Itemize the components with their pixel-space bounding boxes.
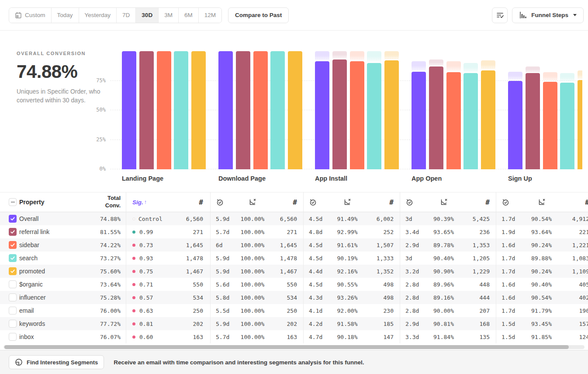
compare-to-past-button[interactable]: Compare to Past [228, 7, 289, 23]
step-count: 1,229 [461, 268, 490, 275]
total-conversion: 74.88% [79, 216, 126, 222]
step-count: 534 [193, 294, 203, 301]
segments-table: Property TotalConv. Sig.↑# # # # # Overa… [0, 192, 588, 343]
step-time: 4.1d [309, 308, 330, 314]
conversion-rate-icon [440, 198, 448, 206]
funnel-bar[interactable] [367, 50, 381, 169]
sig-value: 0.75 [139, 268, 153, 275]
step-time: 5.7d [216, 334, 237, 340]
step-time: 5.9d [216, 321, 237, 327]
sig-value: Control [138, 216, 163, 222]
row-checkbox[interactable] [9, 333, 17, 341]
funnel-bar[interactable] [526, 50, 540, 169]
funnel-bar[interactable] [191, 50, 206, 169]
funnel-bar[interactable] [332, 50, 347, 169]
row-checkbox[interactable] [9, 320, 17, 328]
step-label: Landing Page [122, 175, 163, 182]
select-all-checkbox[interactable] [9, 198, 17, 206]
funnel-bar[interactable] [560, 50, 574, 169]
row-checkbox[interactable] [9, 228, 17, 236]
funnel-bar[interactable] [270, 50, 285, 169]
row-checkbox[interactable] [9, 280, 17, 288]
step-conversion: 89.88% [522, 255, 560, 262]
range-30d-button[interactable]: 30D [136, 8, 159, 23]
range-12m-button[interactable]: 12M [199, 8, 221, 23]
funnel-steps-dropdown[interactable]: Funnel Steps [512, 7, 584, 23]
row-checkbox[interactable] [9, 241, 17, 249]
range-6m-button[interactable]: 6M [179, 8, 199, 23]
funnel-bar[interactable] [236, 50, 250, 169]
step-time: 4.2d [309, 321, 330, 327]
step-conversion: 100.00% [237, 229, 268, 235]
step-count: 1,353 [461, 242, 490, 248]
bar-group-4 [508, 50, 582, 169]
edit-columns-button[interactable] [492, 7, 508, 23]
step-count: 1,478 [186, 255, 203, 262]
total-conversion: 76.07% [79, 334, 126, 340]
funnel-bar[interactable] [412, 50, 426, 169]
funnel-bar[interactable] [463, 50, 478, 169]
sig-dot [132, 217, 135, 220]
find-interesting-segments-button[interactable]: Find Interesting Segments [9, 355, 104, 369]
step-time: 1.7d [502, 308, 522, 314]
step-time: 1.9d [502, 229, 522, 235]
step-count: 190 [560, 308, 588, 314]
step-count: 124 [560, 334, 588, 340]
step-count: 221 [560, 229, 588, 235]
bar-chart-icon [519, 11, 527, 19]
find-interesting-segments-label: Find Interesting Segments [27, 359, 98, 366]
range-3m-button[interactable]: 3M [159, 8, 179, 23]
funnel-bar[interactable] [350, 50, 364, 169]
step-conversion: 93.65% [426, 229, 461, 235]
funnel-bar[interactable] [384, 50, 399, 169]
funnel-bar[interactable] [508, 50, 522, 169]
funnel-bar[interactable] [481, 50, 495, 169]
step-conversion: 90.24% [522, 268, 560, 275]
scrollbar-thumb[interactable] [4, 345, 569, 349]
date-range-selector: CustomTodayYesterday7D30D3M6M12M [9, 7, 222, 23]
funnel-bar[interactable] [578, 50, 582, 169]
conversion-rate-icon [343, 198, 351, 206]
step-count: 550 [193, 281, 203, 288]
table-row: promoted 75.60% 0.751,4675.9d100.00%1,46… [0, 265, 588, 278]
range-yesterday-button[interactable]: Yesterday [79, 8, 117, 23]
step-time: 6d [216, 242, 237, 248]
step-conversion: 90.54% [522, 294, 560, 301]
funnel-bar[interactable] [157, 50, 171, 169]
row-checkbox[interactable] [9, 215, 17, 223]
funnel-bar[interactable] [446, 50, 461, 169]
step-conversion: 92.16% [330, 268, 365, 275]
step-conversion: 89.78% [426, 242, 461, 248]
row-checkbox[interactable] [9, 294, 17, 301]
step-time: 1.7d [502, 268, 522, 275]
step-count: 4,912 [560, 216, 588, 222]
funnel-bar[interactable] [288, 50, 302, 169]
funnel-bar[interactable] [122, 50, 136, 169]
row-checkbox[interactable] [9, 254, 17, 262]
funnel-bar[interactable] [315, 50, 329, 169]
funnel-bar[interactable] [139, 50, 154, 169]
chevron-down-icon [573, 14, 577, 16]
funnel-bar[interactable] [218, 50, 233, 169]
step-count: 1,205 [461, 255, 490, 262]
funnel-chart [110, 50, 582, 169]
y-tick-label: 50% [87, 107, 106, 113]
step-conversion: 100.00% [237, 216, 268, 222]
range-custom-button[interactable]: Custom [9, 8, 52, 23]
row-checkbox[interactable] [9, 307, 17, 315]
range-today-button[interactable]: Today [52, 8, 79, 23]
sig-column-header[interactable]: Sig.↑ [132, 199, 147, 206]
horizontal-scrollbar[interactable] [3, 345, 585, 349]
row-checkbox[interactable] [9, 267, 17, 275]
table-row: inbox 76.07% 0.601635.7d100.00%1634.7d90… [0, 330, 588, 343]
step-count: 202 [193, 321, 203, 327]
funnel-bar[interactable] [429, 50, 443, 169]
funnel-bar[interactable] [543, 50, 557, 169]
funnel-bar[interactable] [174, 50, 188, 169]
table-row: email 76.00% 0.632505.5d100.00%2504.1d92… [0, 304, 588, 317]
overall-conversion-label: OVERALL CONVERSION [17, 51, 100, 56]
step-time: 2.8d [405, 308, 426, 314]
step-count: 534 [268, 294, 297, 301]
funnel-bar[interactable] [253, 50, 268, 169]
range-7d-button[interactable]: 7D [117, 8, 136, 23]
